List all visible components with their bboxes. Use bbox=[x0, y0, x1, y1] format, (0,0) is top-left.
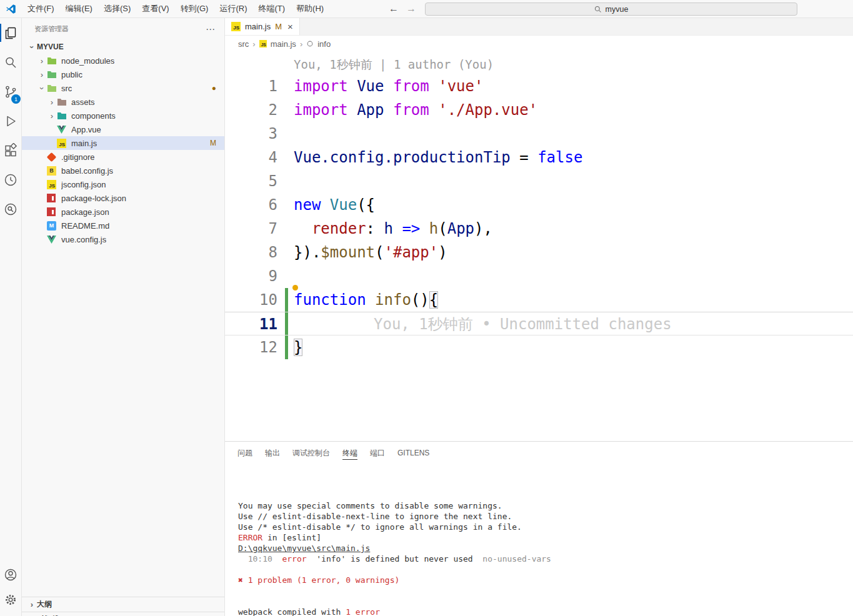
code-line-12[interactable]: 12} bbox=[225, 335, 853, 359]
terminal-file-link[interactable]: D:\gqkvue\myvue\src\main.js bbox=[238, 544, 370, 553]
account-button[interactable] bbox=[0, 562, 21, 587]
breadcrumb-file[interactable]: main.js bbox=[271, 39, 296, 49]
npm-icon bbox=[47, 207, 58, 216]
chevron-right-icon[interactable]: › bbox=[47, 111, 57, 121]
terminal-text: Use /* eslint-disable */ to ignore all w… bbox=[238, 522, 522, 532]
panel-tab-output[interactable]: 输出 bbox=[259, 442, 286, 464]
gutter-added-indicator bbox=[285, 335, 288, 359]
code-text: } bbox=[294, 339, 302, 356]
menu-terminal[interactable]: 终端(T) bbox=[252, 0, 291, 17]
activity-source-control-button[interactable]: 1 bbox=[0, 77, 21, 106]
tree-item-package-lock-json[interactable]: ›package-lock.json bbox=[22, 191, 224, 205]
command-center-search[interactable]: myvue bbox=[425, 2, 797, 16]
activity-run-debug-button[interactable] bbox=[0, 106, 21, 136]
menu-selection[interactable]: 选择(S) bbox=[98, 0, 136, 17]
chevron-down-icon: › bbox=[27, 42, 37, 52]
tree-item-app-vue[interactable]: ›App.vue bbox=[22, 122, 224, 136]
chevron-right-icon[interactable]: › bbox=[47, 97, 57, 107]
run-debug-icon bbox=[3, 114, 18, 129]
tree-item-gitignore[interactable]: ›.gitignore bbox=[22, 150, 224, 164]
file-label: babel.config.js bbox=[61, 166, 113, 176]
terminal-line-7 bbox=[238, 564, 853, 575]
panel-tab-ports[interactable]: 端口 bbox=[364, 442, 391, 464]
menu-help[interactable]: 帮助(H) bbox=[291, 0, 329, 17]
chevron-right-icon[interactable]: › bbox=[37, 70, 47, 79]
gutter-added-indicator bbox=[285, 288, 288, 312]
line-number: 4 bbox=[225, 146, 277, 169]
more-actions-icon[interactable]: ⋯ bbox=[206, 24, 216, 35]
code-text: Vue.config.productionTip = false bbox=[294, 149, 582, 166]
settings-button[interactable] bbox=[0, 587, 21, 612]
folder-icon bbox=[57, 98, 68, 106]
gitlens-blame-annotation: You, 1秒钟前 • Uncommitted changes bbox=[374, 315, 672, 333]
tree-item-vue-config-js[interactable]: ›vue.config.js bbox=[22, 232, 224, 246]
code-line-10[interactable]: 10function info(){ bbox=[225, 288, 853, 312]
terminal[interactable]: You may use special comments to disable … bbox=[225, 464, 853, 616]
terminal-line-3: Use /* eslint-disable */ to ignore all w… bbox=[238, 522, 853, 532]
file-label: main.js bbox=[71, 139, 97, 148]
chevron-down-icon[interactable]: › bbox=[37, 83, 47, 93]
forward-arrow-icon[interactable]: → bbox=[406, 0, 416, 17]
breadcrumb-symbol[interactable]: info bbox=[317, 39, 331, 49]
breadcrumb-folder[interactable]: src bbox=[238, 39, 249, 49]
tree-item-babel-config-js[interactable]: ›Bbabel.config.js bbox=[22, 164, 224, 177]
line-number: 5 bbox=[225, 169, 277, 193]
titlebar: 文件(F)编辑(E)选择(S)查看(V)转到(G)运行(R)终端(T)帮助(H)… bbox=[0, 0, 853, 18]
code-line-9[interactable]: 9 bbox=[225, 264, 853, 288]
panel-tab-gitlens[interactable]: GITLENS bbox=[391, 442, 436, 464]
file-label: .gitignore bbox=[61, 152, 94, 162]
tree-item-assets[interactable]: ›assets bbox=[22, 95, 224, 109]
line-number: 6 bbox=[225, 193, 277, 217]
panel-tab-debug-console[interactable]: 调试控制台 bbox=[286, 442, 336, 464]
line-number: 12 bbox=[225, 335, 277, 359]
tree-item-node-modules[interactable]: ›node_modules bbox=[22, 54, 224, 67]
tree-item-jsconfig-json[interactable]: ›JSjsconfig.json bbox=[22, 177, 224, 191]
gitlens-codelens[interactable]: You, 1秒钟前 | 1 author (You) bbox=[225, 54, 853, 74]
activity-search-button[interactable] bbox=[0, 47, 21, 77]
tab-main-js[interactable]: JS main.js M × bbox=[225, 18, 300, 35]
activity-extensions-button[interactable] bbox=[0, 136, 21, 165]
line-number: 8 bbox=[225, 241, 277, 264]
panel-tab-problems[interactable]: 问题 bbox=[231, 442, 259, 464]
tree-item-readme-md[interactable]: ›MREADME.md bbox=[22, 219, 224, 232]
code-line-3[interactable]: 3 bbox=[225, 122, 853, 146]
tree-root-myvue[interactable]: › MYVUE bbox=[22, 40, 224, 54]
section-outline[interactable]: › 大纲 bbox=[22, 597, 224, 612]
menu-file[interactable]: 文件(F) bbox=[22, 0, 60, 17]
menu-view[interactable]: 查看(V) bbox=[136, 0, 174, 17]
activity-explorer-button[interactable] bbox=[0, 18, 21, 47]
activity-gitlens-inspect-button[interactable] bbox=[0, 194, 21, 224]
tree-item-src[interactable]: ›src● bbox=[22, 81, 224, 95]
account-icon bbox=[3, 567, 18, 582]
code-line-6[interactable]: 6new Vue({ bbox=[225, 193, 853, 217]
code-line-7[interactable]: 7 render: h => h(App), bbox=[225, 217, 853, 241]
code-line-11[interactable]: 11You, 1秒钟前 • Uncommitted changes bbox=[225, 312, 853, 335]
terminal-text: 'info' is defined but never used bbox=[307, 554, 483, 564]
tree-item-package-json[interactable]: ›package.json bbox=[22, 205, 224, 219]
back-arrow-icon[interactable]: ← bbox=[389, 0, 399, 17]
menu-goto[interactable]: 转到(G) bbox=[175, 0, 214, 17]
menu-edit[interactable]: 编辑(E) bbox=[60, 0, 98, 17]
line-number: 1 bbox=[225, 74, 277, 98]
tree-item-main-js[interactable]: ›JSmain.jsM bbox=[22, 136, 224, 150]
panel-tab-terminal[interactable]: 终端 bbox=[336, 442, 364, 464]
chevron-right-icon[interactable]: › bbox=[37, 56, 47, 66]
code-area: 1import Vue from 'vue'2import App from '… bbox=[225, 74, 853, 359]
terminal-text: You may use special comments to disable … bbox=[238, 501, 502, 510]
tree-item-components[interactable]: ›components bbox=[22, 109, 224, 122]
git-status-badge: M bbox=[210, 139, 216, 147]
gitlens-icon bbox=[3, 172, 18, 187]
menu-run[interactable]: 运行(R) bbox=[214, 0, 252, 17]
terminal-text: in [eslint] bbox=[262, 533, 321, 542]
close-icon[interactable]: × bbox=[287, 21, 293, 32]
code-line-5[interactable]: 5 bbox=[225, 169, 853, 193]
section-timeline[interactable]: › 时间线 bbox=[22, 612, 224, 616]
code-line-8[interactable]: 8}).$mount('#app') bbox=[225, 241, 853, 264]
code-line-4[interactable]: 4Vue.config.productionTip = false bbox=[225, 146, 853, 169]
code-line-1[interactable]: 1import Vue from 'vue' bbox=[225, 74, 853, 98]
activity-gitlens-button[interactable] bbox=[0, 165, 21, 194]
file-label: node_modules bbox=[61, 56, 114, 66]
tree-item-public[interactable]: ›public bbox=[22, 67, 224, 81]
git-status-badge: ● bbox=[212, 84, 216, 92]
code-line-2[interactable]: 2import App from './App.vue' bbox=[225, 98, 853, 122]
